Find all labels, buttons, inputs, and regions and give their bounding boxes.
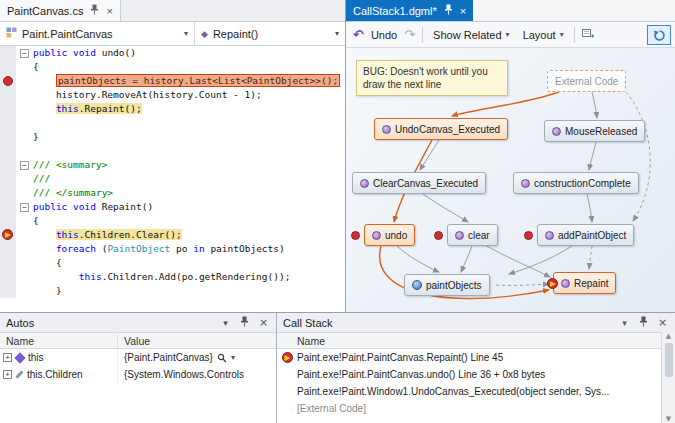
graph-node-constructionComplete[interactable]: constructionComplete <box>513 172 639 194</box>
code-line[interactable]: } <box>0 284 345 298</box>
code-area[interactable]: −public void undo(){ paintObjects = hist… <box>0 46 345 312</box>
graph-edge-clearCanvasExecuted-clear[interactable] <box>423 194 468 222</box>
indicator-margin[interactable] <box>0 102 16 116</box>
close-icon[interactable]: × <box>106 6 112 16</box>
code-line[interactable]: } <box>0 130 345 144</box>
graph-node-undo[interactable]: undo <box>364 224 415 246</box>
undo-icon[interactable]: ↶ <box>353 27 364 42</box>
indicator-margin[interactable] <box>0 256 16 270</box>
pin-icon[interactable] <box>637 316 650 329</box>
graph-node-clear[interactable]: clear <box>447 224 498 246</box>
collapse-box-icon[interactable]: − <box>20 161 29 170</box>
graph-edge-external-addPaintObject[interactable] <box>626 92 650 221</box>
indicator-margin[interactable] <box>0 88 16 102</box>
indicator-margin[interactable] <box>0 242 16 256</box>
graph-edge-paintObjects-repaint[interactable] <box>496 284 549 285</box>
class-dropdown[interactable]: Paint.PaintCanvas ▾ <box>0 22 195 45</box>
close-icon[interactable]: × <box>656 316 669 329</box>
window-position-icon[interactable]: ▾ <box>618 318 631 328</box>
column-value[interactable]: Value <box>118 335 276 347</box>
indicator-margin[interactable] <box>0 214 16 228</box>
code-line[interactable]: { <box>0 60 345 74</box>
tab-callstack-dgml[interactable]: CallStack1.dgml* × <box>346 0 473 21</box>
indicator-margin[interactable] <box>0 60 16 74</box>
fold-margin[interactable]: − <box>16 158 33 172</box>
code-line[interactable] <box>0 116 345 130</box>
graph-edge-constructionComplete-addPaintObject[interactable] <box>587 194 592 222</box>
indicator-margin[interactable] <box>0 158 16 172</box>
stack-frame[interactable]: Paint.exe!Paint.PaintCanvas.undo() Line … <box>277 366 675 383</box>
collapse-box-icon[interactable]: − <box>20 203 29 212</box>
show-related-menu[interactable]: Show Related ▾ <box>430 27 513 43</box>
bug-note[interactable]: BUG: Doesn't work until you draw the nex… <box>356 60 508 96</box>
scroll-down-icon[interactable]: ▼ <box>666 415 671 423</box>
collapse-box-icon[interactable]: − <box>20 49 29 58</box>
chevron-down-icon[interactable]: ▾ <box>231 353 235 362</box>
code-line[interactable]: this.Repaint(); <box>0 102 345 116</box>
magnifier-icon[interactable] <box>217 353 227 363</box>
code-line[interactable]: { <box>0 256 345 270</box>
indicator-margin[interactable] <box>0 200 16 214</box>
graph-edge-addPaintObject-paintObjects[interactable] <box>509 246 572 274</box>
vertical-scrollbar[interactable]: ▲ ▼ <box>661 332 675 423</box>
graph-node-paintObjects[interactable]: paintObjects <box>404 274 490 296</box>
code-line[interactable]: paintObjects = history.Last<List<PaintOb… <box>0 74 345 88</box>
graph-edge-clear-paintObjects[interactable] <box>461 246 472 272</box>
stack-frame[interactable]: Paint.exe!Paint.Window1.UndoCanvas_Execu… <box>277 383 675 400</box>
graph-edge-undo-paintObjects[interactable] <box>397 246 439 272</box>
expand-icon[interactable]: + <box>3 353 12 362</box>
window-position-icon[interactable]: ▾ <box>219 318 232 328</box>
member-dropdown[interactable]: ◆ Repaint() ▾ <box>195 22 345 45</box>
indicator-margin[interactable] <box>0 130 16 144</box>
stack-frame[interactable]: ▶Paint.exe!Paint.PaintCanvas.Repaint() L… <box>277 349 675 366</box>
code-line[interactable]: /// </summary> <box>0 186 345 200</box>
tab-paintcanvas[interactable]: PaintCanvas.cs × <box>0 0 121 21</box>
undo-button[interactable]: Undo <box>371 29 397 41</box>
breakpoint-indicator[interactable] <box>0 74 16 88</box>
close-icon[interactable]: × <box>460 6 466 16</box>
graph-node-undoCanvasExecuted[interactable]: UndoCanvas_Executed <box>374 118 508 140</box>
column-name[interactable]: Name <box>0 335 118 347</box>
indicator-margin[interactable] <box>0 186 16 200</box>
layout-menu[interactable]: Layout ▾ <box>520 27 567 43</box>
scrollbar-thumb[interactable] <box>665 343 673 377</box>
redo-icon[interactable]: ↷ <box>404 27 415 42</box>
indicator-margin[interactable] <box>0 284 16 298</box>
indicator-margin[interactable] <box>0 172 16 186</box>
autos-column-headers[interactable]: Name Value <box>0 332 276 349</box>
graph-edge-external-mouseReleased[interactable] <box>592 92 597 118</box>
dgml-canvas[interactable]: External CodeUndoCanvas_ExecutedMouseRel… <box>346 48 675 312</box>
fold-margin[interactable]: − <box>16 200 33 214</box>
code-line[interactable]: history.RemoveAt(history.Count - 1); <box>0 88 345 102</box>
watch-row[interactable]: +this.Children{System.Windows.Controls <box>0 366 276 383</box>
code-line[interactable]: −public void Repaint() <box>0 200 345 214</box>
pin-icon[interactable] <box>88 4 101 17</box>
indicator-margin[interactable] <box>0 144 16 158</box>
pin-icon[interactable] <box>442 4 455 17</box>
code-line[interactable]: { <box>0 214 345 228</box>
current-statement-indicator[interactable]: ▶ <box>0 228 16 242</box>
watch-row[interactable]: +this{Paint.PaintCanvas}▾ <box>0 349 276 366</box>
code-line[interactable]: /// <box>0 172 345 186</box>
stack-frame[interactable]: [External Code] <box>277 400 675 417</box>
graph-edge-mouseReleased-constructionComplete[interactable] <box>589 142 596 170</box>
fold-margin[interactable]: − <box>16 46 33 60</box>
indicator-margin[interactable] <box>0 116 16 130</box>
callstack-column-headers[interactable]: Name <box>277 332 675 349</box>
indicator-margin[interactable] <box>0 270 16 284</box>
code-line[interactable] <box>0 144 345 158</box>
graph-node-external[interactable]: External Code <box>547 70 626 92</box>
column-name[interactable]: Name <box>297 335 325 347</box>
code-line[interactable]: −public void undo() <box>0 46 345 60</box>
code-line[interactable]: −/// <summary> <box>0 158 345 172</box>
code-line[interactable]: foreach (PaintObject po in paintObjects) <box>0 242 345 256</box>
code-line[interactable]: this.Children.Add(po.getRendering()); <box>0 270 345 284</box>
close-icon[interactable]: × <box>257 316 270 329</box>
graph-node-clearCanvasExecuted[interactable]: ClearCanvas_Executed <box>352 172 486 194</box>
expand-icon[interactable]: + <box>3 370 12 379</box>
pin-icon[interactable] <box>238 316 251 329</box>
indicator-margin[interactable] <box>0 46 16 60</box>
graph-node-mouseReleased[interactable]: MouseReleased <box>544 120 645 142</box>
code-line[interactable]: ▶ this.Children.Clear(); <box>0 228 345 242</box>
graph-edge-addPaintObject-repaint[interactable] <box>589 246 592 269</box>
